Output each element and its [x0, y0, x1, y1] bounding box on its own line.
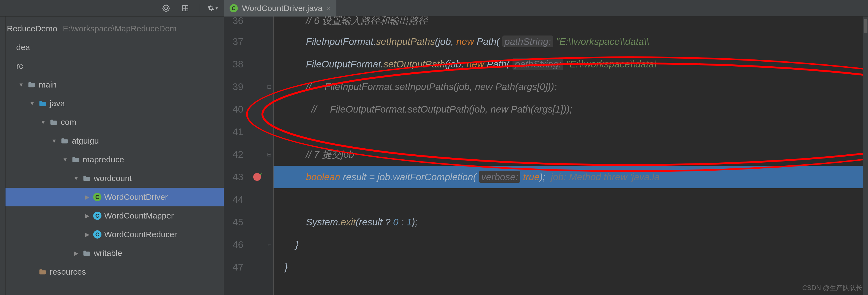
tree-item-com[interactable]: ▼com: [5, 113, 224, 131]
scrollbar-thumb[interactable]: [864, 19, 867, 33]
breakpoint-icon[interactable]: ✓: [253, 173, 261, 181]
code-line[interactable]: FileInputFormat.setInputPaths(job, new P…: [274, 30, 868, 53]
tree-item-label: WordCountReducer: [104, 230, 177, 239]
breakpoint-cell[interactable]: [249, 188, 265, 211]
line-number: 38: [224, 53, 243, 76]
folder-icon: [60, 137, 69, 145]
code-line[interactable]: }: [274, 233, 868, 256]
line-number: 45: [224, 211, 243, 233]
tree-arrow-icon[interactable]: ▶: [84, 194, 90, 200]
class-icon: C: [93, 193, 101, 201]
line-number: 37: [224, 30, 243, 53]
tree-arrow-icon[interactable]: ▼: [40, 119, 46, 125]
folder-icon: [71, 155, 80, 164]
tree-arrow-icon[interactable]: ▼: [29, 100, 35, 107]
breakpoint-cell[interactable]: [249, 76, 265, 98]
gear-icon[interactable]: ▼: [208, 3, 219, 14]
watermark: CSDN @生产队队长: [802, 284, 863, 292]
tree-item-wordcount[interactable]: ▼wordcount: [5, 169, 224, 188]
target-icon[interactable]: [161, 3, 172, 14]
fold-cell[interactable]: ⊟: [265, 76, 273, 98]
fold-cell[interactable]: [265, 188, 273, 211]
svg-point-1: [165, 7, 167, 10]
code-line[interactable]: [274, 188, 868, 211]
breakpoint-cell[interactable]: [249, 53, 265, 76]
tree-item-wordcountreducer[interactable]: ▶CWordCountReducer: [5, 225, 224, 244]
tab-bar: C WordCountDriver.java ×: [224, 0, 868, 17]
editor-tab[interactable]: C WordCountDriver.java ×: [224, 0, 336, 17]
tree-arrow-icon[interactable]: ▼: [62, 156, 68, 163]
tree-item-label: wordcount: [94, 174, 132, 183]
fold-cell[interactable]: ⊟: [265, 143, 273, 166]
close-icon[interactable]: ×: [327, 4, 331, 12]
folder-icon: [82, 249, 91, 258]
tree-arrow-icon[interactable]: ▼: [73, 175, 80, 182]
fold-cell[interactable]: [265, 98, 273, 121]
folder-icon: [38, 267, 47, 276]
tree-arrow-icon[interactable]: ▼: [18, 82, 25, 88]
code-content[interactable]: // 6 设置输入路径和输出路径 FileInputFormat.setInpu…: [274, 17, 868, 295]
code-line[interactable]: System.exit(result ? 0 : 1);: [274, 211, 868, 233]
fold-cell[interactable]: [265, 53, 273, 76]
fold-cell[interactable]: [265, 30, 273, 53]
code-line[interactable]: // FileInputFormat.setInputPaths(job, ne…: [274, 76, 868, 98]
tree-arrow-icon[interactable]: ▶: [84, 212, 90, 219]
code-line[interactable]: }: [274, 256, 868, 278]
fold-cell[interactable]: [265, 166, 273, 188]
line-number: 43: [224, 166, 243, 188]
code-line[interactable]: // FileOutputFormat.setOutputPath(job, n…: [274, 98, 868, 121]
tree-item-atguigu[interactable]: ▼atguigu: [5, 131, 224, 150]
tree-item-rc[interactable]: rc: [5, 57, 224, 76]
tree-item-label: com: [61, 118, 76, 127]
fold-gutter[interactable]: ⊟⊟⌐: [265, 17, 274, 295]
line-number: 46: [224, 233, 243, 256]
tree-item-label: writable: [94, 248, 122, 258]
tree-item-writable[interactable]: ▶writable: [5, 244, 224, 263]
breakpoint-cell[interactable]: [249, 121, 265, 143]
fold-cell[interactable]: ⌐: [265, 233, 273, 256]
line-number: 42: [224, 143, 243, 166]
tree-item-mapreduce[interactable]: ▼mapreduce: [5, 150, 224, 169]
tab-file-icon: C: [229, 4, 238, 12]
folder-icon: [49, 118, 58, 126]
tree-item-wordcountdriver[interactable]: ▶CWordCountDriver: [5, 188, 224, 206]
expand-icon[interactable]: [180, 3, 191, 14]
fold-cell[interactable]: [265, 256, 273, 278]
breakpoint-cell[interactable]: [249, 30, 265, 53]
tree-item-dea[interactable]: dea: [5, 38, 224, 57]
project-toolbar: ▼: [0, 0, 224, 17]
tree-item-label: mapreduce: [83, 155, 124, 164]
breakpoint-cell[interactable]: [249, 233, 265, 256]
vertical-scrollbar[interactable]: [863, 17, 868, 295]
tree-root-path: E:\workspace\MapReduceDem: [63, 24, 177, 33]
project-tree[interactable]: ReduceDemo E:\workspace\MapReduceDem dea…: [5, 17, 224, 295]
tree-root-label: ReduceDemo: [7, 24, 57, 33]
code-line[interactable]: FileOutputFormat.setOutputPath(job, new …: [274, 53, 868, 76]
code-line[interactable]: boolean result = job.waitForCompletion( …: [274, 166, 868, 188]
tree-item-main[interactable]: ▼main: [5, 76, 224, 94]
code-line[interactable]: [274, 121, 868, 143]
breakpoint-cell[interactable]: [249, 211, 265, 233]
code-line[interactable]: // 6 设置输入路径和输出路径: [274, 17, 868, 30]
tree-item-label: java: [50, 99, 65, 108]
tree-root[interactable]: ReduceDemo E:\workspace\MapReduceDem: [5, 19, 224, 38]
fold-cell[interactable]: [265, 211, 273, 233]
code-line[interactable]: // 7 提交job: [274, 143, 868, 166]
tree-item-resources[interactable]: resources: [5, 263, 224, 281]
fold-cell[interactable]: [265, 121, 273, 143]
breakpoint-cell[interactable]: [249, 143, 265, 166]
breakpoint-cell[interactable]: ✓: [249, 166, 265, 188]
tree-arrow-icon[interactable]: ▼: [51, 138, 58, 144]
tree-item-wordcountmapper[interactable]: ▶CWordCountMapper: [5, 206, 224, 225]
breakpoint-cell[interactable]: [249, 17, 265, 30]
tree-item-label: atguigu: [72, 136, 99, 146]
breakpoint-cell[interactable]: [249, 98, 265, 121]
folder-icon: [38, 99, 47, 108]
tree-arrow-icon[interactable]: ▶: [84, 231, 90, 238]
tree-item-java[interactable]: ▼java: [5, 94, 224, 113]
code-area[interactable]: 363738394041424344454647 ✓ ⊟⊟⌐ // 6 设置输入…: [224, 17, 868, 295]
breakpoint-gutter[interactable]: ✓: [249, 17, 265, 295]
tree-arrow-icon[interactable]: ▶: [73, 250, 80, 257]
fold-cell[interactable]: [265, 17, 273, 30]
breakpoint-cell[interactable]: [249, 256, 265, 278]
